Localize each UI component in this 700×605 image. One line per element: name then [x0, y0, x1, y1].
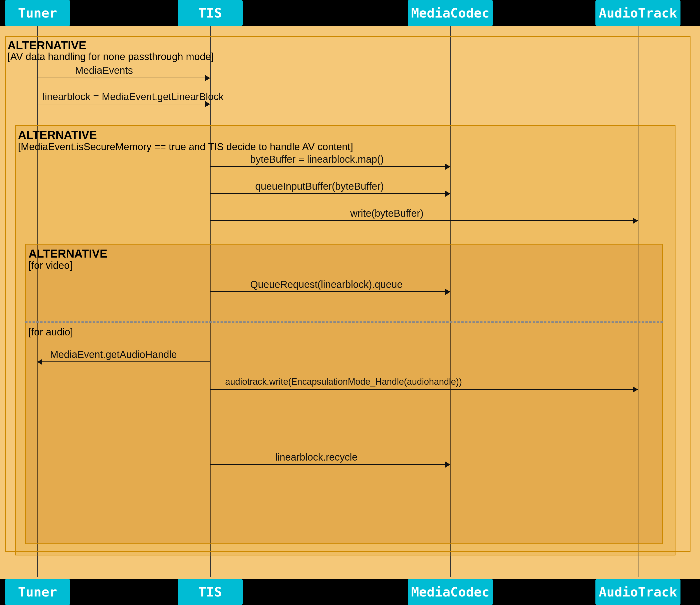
arrow-linearblock-line — [38, 104, 210, 104]
dashed-separator — [25, 321, 663, 323]
lifeline-footer-mediacodec: MediaCodec — [408, 579, 493, 605]
lifeline-audiotrack-ext — [638, 552, 639, 577]
alt-label-secure: ALTERNATIVE — [18, 128, 97, 142]
alt-label-video: ALTERNATIVE — [28, 247, 107, 260]
lifeline-tis-ext — [210, 552, 211, 577]
arrow-queuerequest-label: QueueRequest(linearblock).queue — [250, 279, 403, 290]
arrow-recycle-line — [210, 464, 450, 465]
arrow-queuerequest-line — [210, 291, 450, 292]
arrow-queuerequest-head — [445, 289, 450, 295]
lifeline-header-tis: TIS — [178, 0, 243, 26]
arrow-recycle-head — [445, 462, 450, 467]
lifeline-footer-audiotrack: AudioTrack — [595, 579, 680, 605]
arrow-write-line — [210, 220, 638, 221]
arrow-write-label: write(byteBuffer) — [350, 208, 424, 219]
lifeline-footer-tis: TIS — [178, 579, 243, 605]
arrow-audiotrack-write-line — [210, 389, 638, 390]
arrow-recycle-label: linearblock.recycle — [275, 452, 357, 463]
lifeline-header-mediacodec: MediaCodec — [408, 0, 493, 26]
arrow-queueinput-label: queueInputBuffer(byteBuffer) — [255, 181, 384, 192]
arrow-audiotrack-write-head — [633, 386, 638, 392]
alt-condition-secure: [MediaEvent.isSecureMemory == true and T… — [18, 141, 353, 152]
arrow-queueinput-line — [210, 193, 450, 194]
alt-condition-audio: [for audio] — [28, 326, 73, 338]
arrow-linearblock-label: linearblock = MediaEvent.getLinearBlock — [43, 91, 224, 102]
arrow-getaudiohandle-line — [38, 361, 210, 362]
arrow-getaudiohandle-label: MediaEvent.getAudioHandle — [50, 349, 177, 360]
diagram-main: ALTERNATIVE [AV data handling for none p… — [0, 26, 700, 579]
arrow-media-events-line — [38, 78, 210, 78]
arrow-write-head — [633, 218, 638, 224]
lifeline-tuner-ext — [37, 552, 38, 577]
arrow-audiotrack-write-label: audiotrack.write(EncapsulationMode_Handl… — [225, 377, 462, 387]
alt-condition-video: [for video] — [28, 260, 73, 271]
arrow-bytebuffer-label: byteBuffer = linearblock.map() — [250, 154, 384, 165]
lifeline-mediacodec-ext — [450, 552, 451, 577]
arrow-getaudiohandle-head — [37, 359, 42, 365]
arrow-bytebuffer-line — [210, 166, 450, 167]
lifeline-header-audiotrack: AudioTrack — [595, 0, 680, 26]
alt-label-outer: ALTERNATIVE — [7, 39, 86, 52]
arrow-bytebuffer-head — [445, 164, 450, 170]
diagram-container: Tuner TIS MediaCodec AudioTrack ALTERNAT… — [0, 0, 700, 605]
arrow-queueinput-head — [445, 191, 450, 197]
alt-condition-outer: [AV data handling for none passthrough m… — [7, 51, 214, 62]
lifeline-header-tuner: Tuner — [5, 0, 70, 26]
arrow-media-events-head — [205, 75, 210, 81]
arrow-media-events-label: MediaEvents — [75, 65, 133, 76]
lifeline-footer-tuner: Tuner — [5, 579, 70, 605]
